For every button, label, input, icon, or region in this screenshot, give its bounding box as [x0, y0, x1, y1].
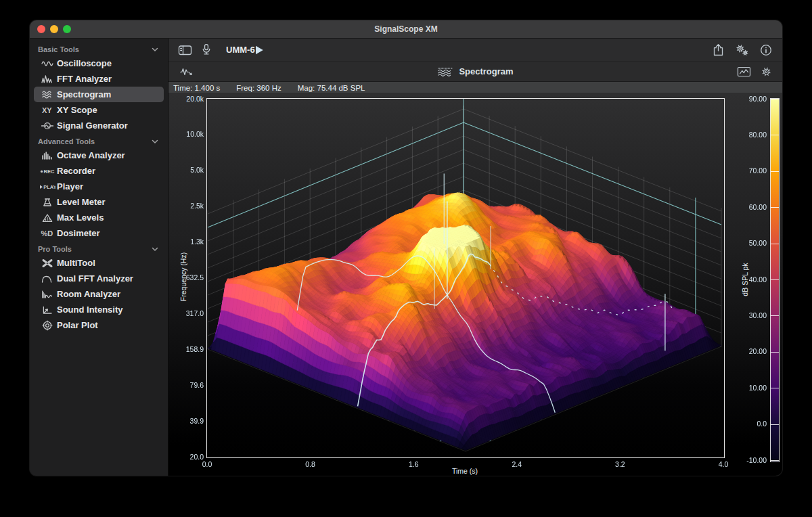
section-label: Pro Tools [38, 245, 72, 253]
dual-fft-analyzer-icon [38, 273, 57, 284]
colorbar-tick [771, 315, 779, 316]
db-tick-label: 0.0 [731, 420, 767, 428]
freq-tick-label: 39.9 [168, 417, 204, 426]
db-tick-label: 70.00 [731, 166, 767, 175]
time-axis-title: Time (s) [438, 467, 492, 475]
sidebar-item-max-levels[interactable]: Max Levels [34, 210, 164, 225]
window-title: SignalScope XM [30, 20, 782, 38]
colorbar-tick [771, 207, 779, 208]
svg-text:XY: XY [42, 106, 52, 114]
oscilloscope-icon [38, 58, 57, 69]
plot-region: Frequency (Hz) Time (s) dB SPL pk 20.0k1… [168, 93, 782, 476]
sidebar-item-label: Polar Plot [57, 320, 98, 330]
status-item-1: Freq: 360 Hz [236, 84, 281, 92]
colorbar-tick [771, 171, 779, 172]
freq-tick-label: 2.5k [168, 202, 204, 210]
db-tick-label: 50.00 [731, 239, 767, 248]
info-icon[interactable] [760, 44, 772, 56]
db-tick-label: 40.00 [731, 275, 767, 284]
freq-tick-label: 10.0k [168, 130, 204, 139]
octave-analyzer-icon [38, 150, 57, 161]
dosimeter-icon: %D [38, 228, 57, 239]
sidebar-item-label: MultiTool [57, 258, 95, 268]
svg-text:REC: REC [44, 168, 55, 175]
signal-generator-icon [38, 120, 57, 131]
main-toolbar: UMM-6 [168, 39, 782, 62]
chart-style-icon[interactable] [737, 66, 751, 77]
sidebar-item-sound-intensity[interactable]: Sound Intensity [34, 302, 164, 317]
recorder-icon: REC [38, 166, 57, 177]
status-item-0: Time: 1.400 s [173, 84, 220, 92]
desktop: SignalScope XM Basic ToolsOscilloscopeFF… [0, 0, 812, 517]
microphone-icon[interactable] [202, 43, 211, 56]
time-tick-label: 0.8 [294, 460, 328, 469]
svg-text:PLAY: PLAY [43, 184, 55, 190]
colorbar [770, 98, 780, 462]
sidebar-item-level-meter[interactable]: Level Meter [34, 194, 164, 210]
spectrogram-icon [38, 89, 57, 100]
chevron-down-icon [152, 47, 158, 52]
db-tick-label: 90.00 [731, 95, 767, 104]
sidebar-item-fft-analyzer[interactable]: FFT Analyzer [34, 71, 164, 87]
db-tick-label: -10.00 [731, 456, 767, 465]
sidebar-item-polar-plot[interactable]: Polar Plot [34, 317, 164, 333]
colorbar-tick [771, 279, 779, 280]
db-tick-label: 30.00 [731, 311, 767, 320]
db-tick-label: 80.00 [731, 131, 767, 139]
sidebar-section-pro-tools[interactable]: Pro Tools [30, 241, 168, 255]
sidebar-item-label: Signal Generator [57, 120, 128, 131]
colorbar-tick [771, 352, 779, 353]
sidebar-item-xy-scope[interactable]: XYXY Scope [34, 102, 164, 118]
sidebar-item-label: XY Scope [57, 105, 97, 115]
sidebar-section-basic-tools[interactable]: Basic Tools [30, 41, 168, 55]
db-tick-label: 10.00 [731, 384, 767, 392]
titlebar: SignalScope XM [30, 20, 782, 39]
sidebar-item-oscilloscope[interactable]: Oscilloscope [34, 55, 164, 71]
time-tick-label: 3.2 [603, 460, 637, 469]
max-levels-icon [38, 212, 57, 223]
sidebar-item-recorder[interactable]: RECRecorder [34, 163, 164, 179]
sidebar-item-label: FFT Analyzer [57, 74, 112, 84]
colorbar-tick [771, 135, 779, 135]
sidebar-item-multitool[interactable]: MultiTool [34, 255, 164, 271]
view-title: Spectrogram [459, 66, 513, 76]
svg-text:%D: %D [41, 229, 53, 238]
colorbar-tick [771, 424, 779, 425]
freq-tick-label: 632.5 [168, 273, 204, 282]
sidebar-item-spectrogram[interactable]: Spectrogram [34, 87, 164, 102]
device-label[interactable]: UMM-6 [226, 39, 255, 61]
status-item-2: Mag: 75.44 dB SPL [298, 84, 365, 92]
db-tick-label: 60.00 [731, 203, 767, 212]
settings-gears-icon[interactable] [735, 43, 749, 56]
sound-intensity-icon [38, 305, 57, 315]
sidebar-item-label: Level Meter [57, 197, 106, 207]
sidebar-item-signal-generator[interactable]: Signal Generator [34, 118, 164, 133]
sidebar-item-label: Octave Analyzer [57, 150, 125, 160]
sidebar-item-octave-analyzer[interactable]: Octave Analyzer [34, 148, 164, 163]
sidebar-item-room-analyzer[interactable]: Room Analyzer [34, 286, 164, 302]
polar-plot-icon [38, 320, 57, 331]
view-toolbar: Spectrogram [168, 62, 782, 82]
colorbar-tick [771, 244, 779, 244]
gear-icon[interactable] [760, 66, 773, 78]
sidebar-section-advanced-tools[interactable]: Advanced Tools [30, 133, 168, 148]
share-icon[interactable] [712, 43, 725, 56]
colorbar-tick [771, 99, 779, 99]
sidebar-item-dual-fft-analyzer[interactable]: Dual FFT Analyzer [34, 271, 164, 286]
chevron-down-icon [152, 139, 158, 144]
player-icon: PLAY [38, 181, 57, 192]
freq-tick-label: 20.0k [168, 95, 204, 104]
sidebar-item-label: Dosimeter [57, 228, 100, 238]
sidebar-item-dosimeter[interactable]: %DDosimeter [34, 225, 164, 241]
play-icon[interactable] [255, 45, 264, 55]
sidebar-item-player[interactable]: PLAYPlayer [34, 179, 164, 194]
db-tick-label: 20.00 [731, 347, 767, 356]
spectrogram-3d-surface[interactable] [207, 99, 723, 457]
sidebar-item-label: Dual FFT Analyzer [57, 273, 133, 284]
spectrogram-glyph-icon [437, 66, 453, 77]
level-meter-icon [38, 197, 57, 208]
sidebar-item-label: Recorder [57, 166, 95, 176]
sidebar-toggle-icon[interactable] [178, 44, 192, 55]
room-analyzer-icon [38, 289, 57, 300]
sidebar-item-label: Player [57, 181, 83, 192]
